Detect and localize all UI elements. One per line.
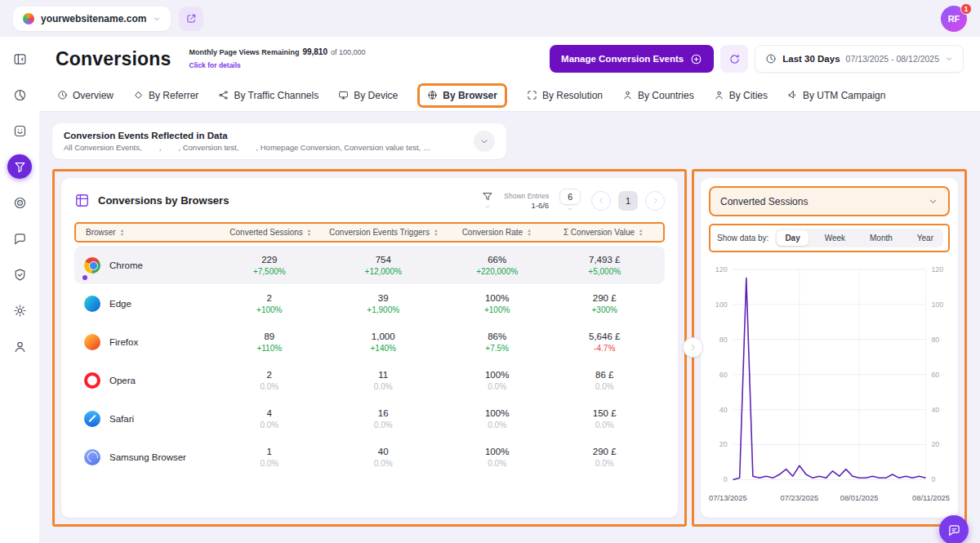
tab-overview[interactable]: Overview: [57, 90, 114, 101]
svg-text:08/11/2025: 08/11/2025: [912, 494, 950, 502]
table-row[interactable]: Opera20.0%110.0%100%0.0%86 £0.0%: [74, 361, 665, 399]
cell-delta: +1,900%: [323, 305, 443, 314]
manage-conversion-events-button[interactable]: Manage Conversion Events: [550, 45, 714, 73]
sort-icon: ▲▼: [434, 229, 438, 236]
metric-cell: 89+110%: [216, 332, 323, 353]
table-row[interactable]: Edge2+100%39+1,900%100%+100%290 £+300%: [74, 284, 665, 323]
browser-name: Edge: [109, 299, 131, 309]
chart-panel: Converted Sessions Show data by: DayWeek…: [701, 178, 958, 518]
funnel-icon: [482, 191, 493, 203]
cell-delta: +140%: [323, 344, 443, 353]
views-total: of 100,000: [331, 48, 366, 56]
open-website-button[interactable]: [179, 7, 203, 31]
filter-button[interactable]: [482, 191, 493, 210]
granularity-day[interactable]: Day: [777, 230, 808, 246]
tab-label: Overview: [73, 90, 114, 101]
content: Conversion Events Reflected in Data All …: [39, 112, 980, 543]
cell-delta: 0.0%: [216, 382, 323, 391]
cell-value: 5,646 £: [550, 332, 658, 341]
tab-browser[interactable]: By Browser: [417, 83, 507, 108]
period-label: Last 30 Days: [782, 54, 840, 64]
user-menu[interactable]: RF 1: [941, 6, 967, 32]
column-header[interactable]: Converted Sessions▲▼: [217, 228, 324, 237]
cell-delta: 0.0%: [323, 459, 443, 468]
chevron-left-icon: [597, 196, 606, 205]
column-header[interactable]: Conversion Events Triggers▲▼: [324, 228, 443, 237]
sidebar-item-privacy[interactable]: [7, 262, 32, 287]
views-value: 99,810: [302, 47, 327, 56]
samsung-browser-icon: [84, 449, 100, 465]
site-selector[interactable]: yourwebsitename.com: [13, 7, 171, 31]
column-header[interactable]: Σ Conversion Value▲▼: [550, 228, 657, 237]
metric-cell: 40.0%: [216, 408, 323, 430]
expand-events-button[interactable]: [474, 131, 495, 152]
tab-traffic-channels[interactable]: By Traffic Channels: [218, 90, 318, 101]
sidebar-item-engagement[interactable]: [7, 118, 32, 143]
page-size-selector[interactable]: 6: [559, 189, 581, 212]
prev-page-button[interactable]: [591, 191, 611, 211]
page-size-value: 6: [559, 189, 581, 205]
tab-referrer[interactable]: By Referrer: [133, 90, 198, 101]
cell-value: 754: [323, 255, 443, 265]
site-favicon-icon: [23, 13, 34, 24]
granularity-year[interactable]: Year: [909, 230, 942, 246]
metric-dropdown-value: Converted Sessions: [720, 196, 808, 207]
tab-device[interactable]: By Device: [338, 90, 398, 101]
svg-text:0: 0: [724, 475, 728, 483]
tab-label: By Traffic Channels: [234, 90, 318, 101]
table-row[interactable]: Firefox89+110%1,000+140%86%+7.5%5,646 £-…: [74, 323, 665, 361]
sidebar-item-settings[interactable]: [7, 298, 32, 323]
table-row[interactable]: Chrome229+7,500%754+12,000%66%+220,000%7…: [74, 246, 665, 284]
cell-delta: 0.0%: [216, 459, 323, 468]
tab-countries[interactable]: By Countries: [622, 90, 694, 101]
sidebar-item-goals[interactable]: [7, 190, 32, 215]
browser-name: Safari: [109, 414, 134, 424]
refresh-button[interactable]: [720, 45, 748, 73]
period-range: 07/13/2025 - 08/12/2025: [846, 54, 939, 64]
date-range-selector[interactable]: Last 30 Days 07/13/2025 - 08/12/2025: [755, 45, 964, 73]
main-area: Conversions Monthly Page Views Remaining…: [39, 37, 980, 543]
metric-cell: 229+7,500%: [216, 255, 323, 276]
metric-cell: 100%0.0%: [443, 370, 551, 391]
chat-button[interactable]: [939, 515, 969, 543]
current-page[interactable]: 1: [618, 191, 638, 211]
sidebar-item-analytics[interactable]: [7, 82, 32, 107]
svg-text:100: 100: [715, 300, 728, 309]
column-label: Browser: [86, 228, 116, 237]
sidebar-item-account[interactable]: [7, 334, 32, 358]
cell-delta: +110%: [216, 344, 323, 353]
tab-utm-campaign[interactable]: By UTM Campaign: [787, 90, 885, 101]
column-header[interactable]: Conversion Rate▲▼: [443, 228, 550, 237]
sidebar-item-communication[interactable]: [7, 226, 32, 251]
svg-text:07/13/2025: 07/13/2025: [709, 494, 747, 502]
cell-delta: 0.0%: [550, 421, 658, 430]
safari-browser-icon: [84, 411, 100, 427]
converted-sessions-chart: 00202040406060808010010012012007/13/2025…: [709, 257, 950, 510]
table-row[interactable]: Samsung Browser10.0%400.0%100%0.0%290 £0…: [74, 438, 665, 476]
granularity-month[interactable]: Month: [862, 230, 901, 246]
svg-text:40: 40: [931, 406, 939, 414]
next-page-button[interactable]: [645, 191, 665, 211]
page-views-quota: Monthly Page Views Remaining 99,810 of 1…: [189, 47, 366, 71]
chevron-down-icon: [479, 136, 489, 146]
tab-label: By Referrer: [149, 90, 198, 101]
tab-cities[interactable]: By Cities: [714, 90, 768, 101]
table-grid-icon: [74, 193, 90, 208]
cell-value: 1: [216, 447, 323, 456]
table-row[interactable]: Safari40.0%160.0%100%0.0%150 £0.0%: [74, 399, 665, 438]
cell-value: 290 £: [550, 447, 658, 456]
sidebar-item-collapse[interactable]: [7, 47, 32, 71]
table-title: Conversions by Browsers: [98, 194, 229, 207]
granularity-week[interactable]: Week: [817, 230, 853, 246]
cell-delta: +7.5%: [443, 344, 551, 353]
collapse-chart-button[interactable]: [683, 337, 703, 358]
tab-resolution[interactable]: By Resolution: [527, 90, 603, 101]
metric-dropdown[interactable]: Converted Sessions: [709, 186, 950, 216]
sidebar-item-conversions[interactable]: [7, 154, 32, 179]
cell-value: 100%: [443, 447, 551, 456]
click-for-details-link[interactable]: Click for details: [189, 61, 241, 69]
pagination: 1: [591, 191, 665, 211]
cell-value: 100%: [443, 370, 551, 380]
column-header[interactable]: Browser▲▼: [82, 228, 217, 237]
settings-icon: [13, 304, 27, 318]
